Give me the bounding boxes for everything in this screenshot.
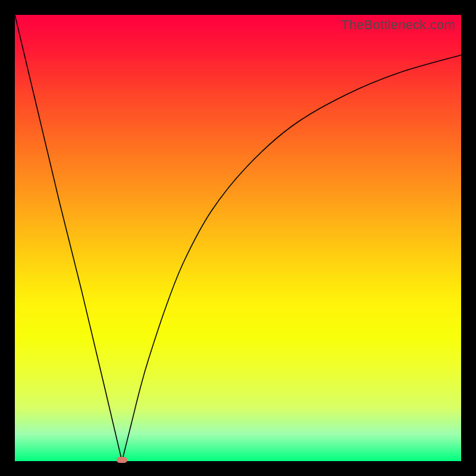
plot-area: TheBottleneck.com bbox=[15, 15, 461, 461]
watermark-text: TheBottleneck.com bbox=[341, 17, 455, 33]
minimum-marker-shape bbox=[117, 457, 127, 463]
minimum-marker bbox=[116, 456, 128, 464]
curve-path bbox=[15, 15, 461, 461]
bottleneck-curve bbox=[15, 15, 461, 461]
